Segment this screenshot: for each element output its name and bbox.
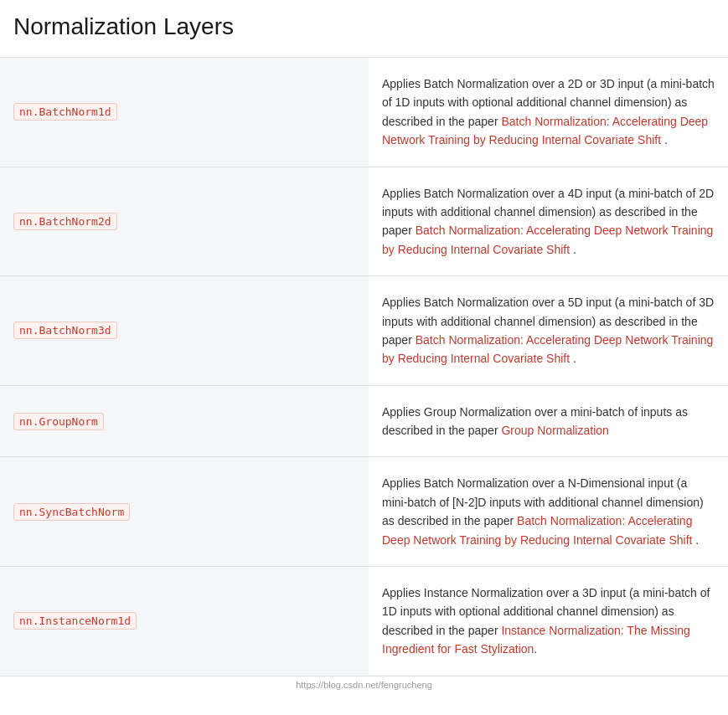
description-cell: Applies Batch Normalization over a 5D in… <box>369 276 728 386</box>
code-cell: nn.GroupNorm <box>0 385 369 457</box>
code-link[interactable]: nn.BatchNorm3d <box>13 321 117 339</box>
paper-link[interactable]: Group Normalization <box>501 424 608 437</box>
code-link[interactable]: nn.BatchNorm1d <box>13 103 117 121</box>
table-row: nn.BatchNorm2dApplies Batch Normalizatio… <box>0 167 728 276</box>
description-cell: Applies Batch Normalization over a 2D or… <box>369 58 728 167</box>
code-link[interactable]: nn.BatchNorm2d <box>13 213 117 230</box>
paper-link[interactable]: Batch Normalization: Accelerating Deep N… <box>382 115 708 147</box>
description-text: Applies Batch Normalization over a 5D in… <box>382 296 714 365</box>
table-row: nn.BatchNorm1dApplies Batch Normalizatio… <box>0 58 728 167</box>
paper-link[interactable]: Instance Normalization: The Missing Ingr… <box>382 624 690 656</box>
code-link[interactable]: nn.InstanceNorm1d <box>13 612 137 630</box>
table-row: nn.GroupNormApplies Group Normalization … <box>0 385 728 457</box>
description-text: Applies Instance Normalization over a 3D… <box>382 586 710 656</box>
code-cell: nn.InstanceNorm1d <box>0 567 369 676</box>
watermark: https://blog.csdn.net/fengrucheng <box>0 676 728 693</box>
description-cell: Applies Instance Normalization over a 3D… <box>369 567 728 676</box>
code-link[interactable]: nn.SyncBatchNorm <box>13 503 130 521</box>
paper-link[interactable]: Batch Normalization: Accelerating Deep N… <box>382 224 713 255</box>
table-row: nn.BatchNorm3dApplies Batch Normalizatio… <box>0 276 728 386</box>
description-text: Applies Batch Normalization over a 4D in… <box>382 187 714 256</box>
description-cell: Applies Group Normalization over a mini-… <box>369 385 728 457</box>
description-cell: Applies Batch Normalization over a N-Dim… <box>369 457 728 567</box>
paper-link[interactable]: Batch Normalization: Accelerating Deep N… <box>382 514 692 546</box>
description-text: Applies Batch Normalization over a 2D or… <box>382 77 715 147</box>
normalization-table: nn.BatchNorm1dApplies Batch Normalizatio… <box>0 57 728 676</box>
description-text: Applies Batch Normalization over a N-Dim… <box>382 476 704 546</box>
page-title: Normalization Layers <box>0 0 728 57</box>
code-cell: nn.BatchNorm1d <box>0 58 369 167</box>
code-cell: nn.BatchNorm3d <box>0 276 369 386</box>
description-cell: Applies Batch Normalization over a 4D in… <box>369 167 728 276</box>
description-text: Applies Group Normalization over a mini-… <box>382 405 688 437</box>
code-link[interactable]: nn.GroupNorm <box>13 413 104 430</box>
paper-link[interactable]: Batch Normalization: Accelerating Deep N… <box>382 333 713 365</box>
code-cell: nn.BatchNorm2d <box>0 167 369 276</box>
table-row: nn.InstanceNorm1dApplies Instance Normal… <box>0 567 728 676</box>
code-cell: nn.SyncBatchNorm <box>0 457 369 567</box>
table-row: nn.SyncBatchNormApplies Batch Normalizat… <box>0 457 728 567</box>
